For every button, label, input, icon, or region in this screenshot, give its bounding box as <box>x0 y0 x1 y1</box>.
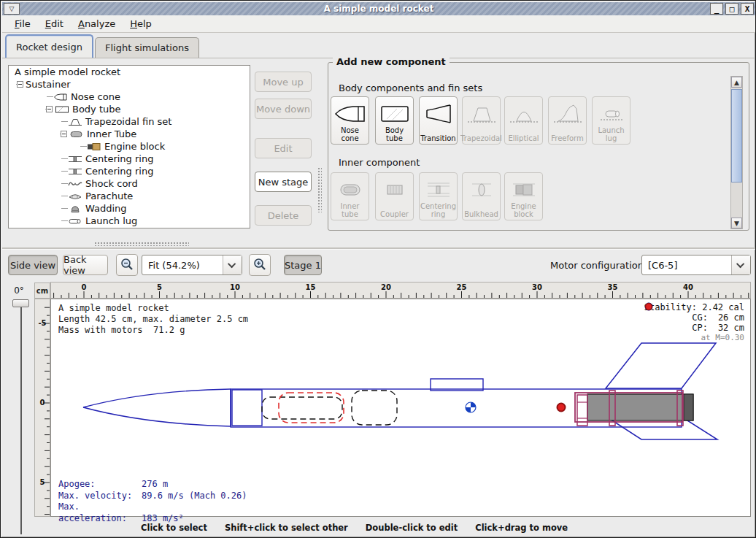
zoom-in-button[interactable] <box>249 254 271 276</box>
wadding-icon <box>68 204 82 213</box>
back-view-button[interactable]: Back view <box>63 255 108 275</box>
move-up-button[interactable]: Move up <box>255 72 312 92</box>
component-button-label: Centering ring <box>420 203 457 218</box>
add-freeform-button[interactable]: Freeform <box>548 96 587 145</box>
cp-row: CP: 32 cm <box>644 323 744 333</box>
section-label-body-components: Body components and fin sets <box>339 82 482 93</box>
component-button-label: Engine block <box>505 203 542 218</box>
zoom-select[interactable]: Fit (54.2%) <box>142 255 242 275</box>
centering-ring-icon <box>68 155 82 164</box>
maximize-button[interactable]: □ <box>725 3 738 15</box>
add-inner-tube-button[interactable]: Inner tube <box>331 172 369 220</box>
mach-note: at M=0.30 <box>644 333 744 343</box>
motor-configuration-value: [C6-5] <box>642 260 731 271</box>
add-elliptical-button[interactable]: Elliptical <box>504 96 543 145</box>
stage-1-toggle[interactable]: Stage 1 <box>284 255 322 275</box>
add-engine-block-button[interactable]: Engine block <box>504 172 543 220</box>
delete-button[interactable]: Delete <box>255 205 312 226</box>
tree-item-label: Shock cord <box>85 178 138 189</box>
tree-item-launch-lug[interactable]: Launch lug <box>9 215 250 227</box>
tree-collapse-icon[interactable] <box>17 81 23 88</box>
svg-text:5: 5 <box>40 478 45 486</box>
body-tube-icon <box>55 105 69 114</box>
launch-lug-icon <box>68 217 82 226</box>
tree-item-trapezoidal-fin-set[interactable]: Trapezoidal fin set <box>9 115 250 128</box>
magnifier-minus-icon <box>120 258 134 272</box>
tree-item-shock-cord[interactable]: Shock cord <box>9 177 250 190</box>
chevron-down-icon <box>731 255 750 274</box>
nose-cone-outline <box>83 389 231 407</box>
title-bar[interactable]: ▽ A simple model rocket _ □ X <box>2 2 755 15</box>
tree-item-inner-tube[interactable]: Inner Tube <box>9 128 250 140</box>
tree-item-wadding[interactable]: Wadding <box>9 202 250 215</box>
chevron-down-icon <box>223 255 242 274</box>
tree-connector <box>61 208 68 209</box>
add-nose-cone-button[interactable]: Nose cone <box>331 96 369 145</box>
centering-ring-icon <box>68 167 82 176</box>
svg-text:40: 40 <box>683 283 693 291</box>
tree-item-centering-ring[interactable]: Centering ring <box>9 165 250 177</box>
zoom-out-button[interactable] <box>116 254 138 276</box>
tree-item-parachute[interactable]: Parachute <box>9 190 250 202</box>
nose-shoulder-outline <box>232 390 262 426</box>
status-bar: Click to selectShift+click to select oth… <box>2 519 755 537</box>
add-body-tube-button[interactable]: Body tube <box>375 96 414 145</box>
flight-data-block: Apogee:276 mMax. velocity:89.6 m/s (Mach… <box>58 479 247 524</box>
vertical-ruler: -505 <box>34 299 50 517</box>
tree-collapse-icon[interactable] <box>46 106 53 112</box>
tree-item-label: A simple model rocket <box>15 66 120 77</box>
tree-item-centering-ring[interactable]: Centering ring <box>9 153 250 165</box>
scroll-up-icon[interactable]: ▲ <box>731 77 742 88</box>
menu-help[interactable]: Help <box>123 17 158 31</box>
parachute-icon <box>68 192 82 201</box>
tree-collapse-icon[interactable] <box>61 131 67 137</box>
move-down-button[interactable]: Move down <box>255 99 312 119</box>
side-view-button[interactable]: Side view <box>8 255 58 275</box>
scrollbar-thumb[interactable] <box>731 89 742 182</box>
tree-item-sustainer[interactable]: Sustainer <box>9 78 250 91</box>
menu-edit[interactable]: Edit <box>39 17 70 31</box>
coupler-icon <box>378 177 412 202</box>
tree-item-label: Nose cone <box>71 91 120 102</box>
tree-item-body-tube[interactable]: Body tube <box>9 103 250 115</box>
tree-item-a-simple-model-rocket[interactable]: A simple model rocket <box>9 66 250 78</box>
rocket-canvas[interactable]: A simple model rocketLength 42.5 cm, max… <box>50 299 751 517</box>
tree-item-label: Parachute <box>85 191 133 201</box>
motor-configuration-select[interactable]: [C6-5] <box>641 255 751 275</box>
tab-rocket-design[interactable]: Rocket design <box>5 34 93 58</box>
close-button[interactable]: X <box>741 3 754 15</box>
tab-row: Rocket designFlight simulations <box>5 34 199 58</box>
transition-icon <box>422 101 455 126</box>
menu-analyze[interactable]: Analyze <box>72 17 122 31</box>
motor-configuration-label: Motor configuration: <box>550 260 647 271</box>
horizontal-ruler: 0510152025303540 <box>50 282 751 299</box>
add-transition-button[interactable]: Transition <box>419 96 458 145</box>
rotation-slider[interactable] <box>20 301 22 534</box>
tree-item-engine-block[interactable]: Engine block <box>9 140 250 153</box>
component-scrollbar[interactable]: ▲ ▼ <box>730 76 743 229</box>
launch-lug-icon <box>595 101 628 126</box>
menu-file[interactable]: File <box>8 17 37 31</box>
rotation-slider-thumb[interactable] <box>12 299 29 307</box>
add-coupler-button[interactable]: Coupler <box>375 172 414 220</box>
magnifier-plus-icon <box>252 258 267 272</box>
splitpane-handle-horizontal[interactable] <box>94 242 189 246</box>
parachute-outline <box>352 391 397 425</box>
add-launch-lug-button[interactable]: Launch lug <box>592 96 630 145</box>
tab-flight-simulations[interactable]: Flight simulations <box>95 37 199 58</box>
tree-connector <box>61 158 68 159</box>
splitpane-handle-vertical[interactable] <box>317 167 322 212</box>
new-stage-button[interactable]: New stage <box>255 172 312 192</box>
tree-item-nose-cone[interactable]: Nose cone <box>9 91 250 103</box>
add-bulkhead-button[interactable]: Bulkhead <box>462 172 501 220</box>
scroll-down-icon[interactable]: ▼ <box>731 218 742 228</box>
edit-button[interactable]: Edit <box>255 138 312 158</box>
svg-text:25: 25 <box>457 283 467 291</box>
tree-connector <box>61 171 68 172</box>
add-centering-ring-button[interactable]: Centering ring <box>419 172 458 220</box>
window-menu-icon[interactable]: ▽ <box>4 3 20 15</box>
nose-cone-outline <box>83 407 231 426</box>
divider <box>2 247 755 249</box>
minimize-button[interactable]: _ <box>710 3 723 15</box>
add-trapezoidal-button[interactable]: Trapezoidal <box>462 96 501 145</box>
